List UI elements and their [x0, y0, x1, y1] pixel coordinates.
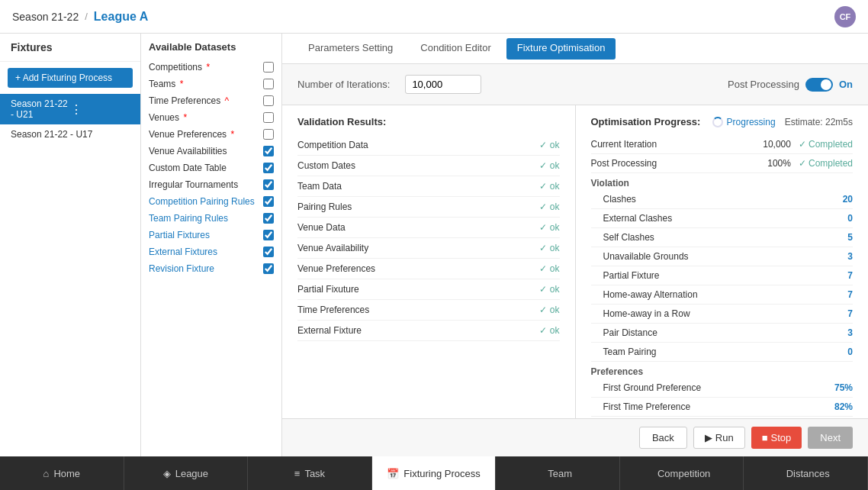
opt-row-partial-fixture: Partial Fixture 7 — [591, 266, 854, 285]
dataset-venue-availabilities: Venue Availabilities — [149, 143, 274, 160]
opt-label: First Time Preference — [603, 401, 691, 412]
dataset-checkbox-time-preferences[interactable] — [263, 95, 274, 106]
validation-status: ✓ ok — [539, 160, 559, 171]
opt-label: Post Processing — [591, 158, 657, 169]
run-button[interactable]: ▶ Run — [693, 427, 745, 449]
main-layout: Fixtures + Add Fixturing Process Season … — [0, 34, 868, 456]
dataset-checkbox-teams[interactable] — [263, 79, 274, 89]
dataset-revision-fixture: Revision Fixture — [149, 260, 274, 277]
sidebar-title: Fixtures — [0, 34, 140, 62]
validation-label: Team Data — [297, 181, 342, 192]
opt-row-first-time: First Time Preference 82% — [591, 398, 854, 417]
validation-item-external-fixture: External Fixture ✓ ok — [297, 321, 560, 341]
opt-label: Partial Fixture — [603, 270, 660, 281]
league-icon: ◈ — [163, 468, 171, 479]
validation-label: Time Preferences — [297, 305, 369, 315]
progress-spinner — [712, 117, 723, 127]
dataset-link-external-fixtures[interactable]: External Fixtures — [149, 247, 217, 257]
next-button[interactable]: Next — [808, 427, 853, 449]
dataset-checkbox-external-fixtures[interactable] — [263, 247, 274, 257]
dataset-link-partial-fixtures[interactable]: Partial Fixtures — [149, 230, 210, 240]
dataset-checkbox-competition-pairing-rules[interactable] — [263, 196, 274, 207]
opt-val-post-processing: 100% — [767, 158, 791, 169]
sidebar-item-season21-22-u21[interactable]: Season 21-22 - U21 ⋮ — [0, 94, 140, 124]
dataset-link-revision-fixture[interactable]: Revision Fixture — [149, 263, 214, 274]
opt-label: External Clashes — [603, 213, 673, 224]
nav-label-competition: Competition — [657, 468, 710, 479]
validation-status: ✓ ok — [539, 325, 559, 336]
opt-val-team-pairing: 0 — [847, 347, 853, 357]
nav-item-team[interactable]: Team — [496, 456, 620, 490]
nav-item-distances[interactable]: Distances — [744, 456, 868, 490]
dataset-checkbox-venue-availabilities[interactable] — [263, 146, 274, 156]
dataset-link-competition-pairing-rules[interactable]: Competition Pairing Rules — [149, 196, 255, 207]
validation-label: Pairing Rules — [297, 201, 352, 212]
dataset-link-team-pairing-rules[interactable]: Team Pairing Rules — [149, 213, 228, 224]
validation-item-partial-fixuture: Partial Fixuture ✓ ok — [297, 279, 560, 300]
tab-condition-editor[interactable]: Condition Editor — [407, 34, 505, 63]
opt-label: Unavailable Grounds — [603, 251, 689, 262]
dataset-label: Time Preferences ^ — [149, 95, 229, 106]
add-fixturing-process-button[interactable]: + Add Fixturing Process — [8, 68, 133, 88]
opt-label: Home-away in a Row — [603, 308, 690, 319]
dataset-checkbox-venue-preferences[interactable] — [263, 129, 274, 140]
sidebar-item-season21-22-u17[interactable]: Season 21-22 - U17 — [0, 124, 140, 144]
dataset-partial-fixtures: Partial Fixtures — [149, 227, 274, 243]
nav-item-task[interactable]: ≡ Task — [248, 456, 372, 490]
nav-item-fixturing-process[interactable]: 📅 Fixturing Process — [372, 456, 497, 490]
nav-item-competition[interactable]: Competition — [620, 456, 744, 490]
opt-header: Optimisation Progress: Progressing Estim… — [591, 116, 854, 127]
dataset-checkbox-team-pairing-rules[interactable] — [263, 213, 274, 224]
tab-parameters-setting[interactable]: Parameters Setting — [294, 34, 407, 63]
dataset-team-pairing-rules: Team Pairing Rules — [149, 210, 274, 227]
dataset-checkbox-competitions[interactable] — [263, 62, 274, 73]
breadcrumb-separator: / — [85, 11, 88, 22]
validation-title: Validation Results: — [297, 116, 560, 127]
progressing-label: Progressing — [727, 117, 776, 127]
dataset-custom-date-table: Custom Date Table — [149, 160, 274, 176]
opt-val-unavailable-grounds: 3 — [847, 251, 853, 262]
validation-label: Venue Data — [297, 222, 346, 233]
dataset-checkbox-revision-fixture[interactable] — [263, 263, 274, 274]
validation-status: ✓ ok — [539, 284, 559, 295]
dataset-checkbox-custom-date-table[interactable] — [263, 163, 274, 173]
dataset-competition-pairing-rules: Competition Pairing Rules — [149, 193, 274, 210]
stop-button[interactable]: ■ Stop — [751, 427, 802, 449]
validation-label: Venue Availability — [297, 243, 368, 253]
opt-label: Current Iteration — [591, 139, 657, 150]
opt-val-self-clashes: 5 — [847, 232, 853, 243]
preferences-header: Preferences — [591, 362, 854, 379]
opt-label: Clashes — [603, 194, 636, 205]
back-button[interactable]: Back — [639, 427, 687, 449]
results-row: Validation Results: Competition Data ✓ o… — [282, 105, 868, 418]
stop-square-icon: ■ — [762, 432, 768, 443]
opt-row-external-clashes: External Clashes 0 — [591, 209, 854, 228]
nav-item-home[interactable]: ⌂ Home — [0, 456, 124, 490]
iterations-input[interactable] — [405, 75, 481, 94]
form-area: Number of Iterations: Post Processing On — [282, 64, 868, 105]
opt-label: Pair Distance — [603, 327, 657, 338]
dataset-checkbox-irregular-tournaments[interactable] — [263, 179, 274, 190]
validation-item-pairing-rules: Pairing Rules ✓ ok — [297, 197, 560, 218]
post-processing-toggle[interactable] — [805, 78, 833, 92]
validation-item-competition-data: Competition Data ✓ ok — [297, 135, 560, 156]
dataset-label: Venue Availabilities — [149, 146, 227, 156]
content-area: Parameters Setting Condition Editor Fixt… — [282, 34, 868, 456]
opt-row-pair-distance: Pair Distance 3 — [591, 324, 854, 343]
dataset-checkbox-venues[interactable] — [263, 112, 274, 123]
opt-row-self-clashes: Self Clashes 5 — [591, 228, 854, 247]
dataset-venue-preferences: Venue Preferences * — [149, 126, 274, 143]
nav-item-league[interactable]: ◈ League — [124, 456, 249, 490]
kebab-icon[interactable]: ⋮ — [70, 102, 130, 117]
opt-row-clashes: Clashes 20 — [591, 190, 854, 209]
iterations-label: Number of Iterations: — [297, 79, 390, 90]
opt-val-home-away-alternation: 7 — [847, 289, 853, 300]
nav-label-team: Team — [548, 468, 572, 479]
opt-val-pair-distance: 3 — [847, 327, 853, 338]
tab-fixture-optimisation[interactable]: Fixture Optimisation — [506, 38, 616, 60]
nav-label-distances: Distances — [786, 468, 830, 479]
opt-label: Self Clashes — [603, 232, 654, 243]
opt-title: Optimisation Progress: — [591, 116, 701, 127]
sidebar-item-label: Season 21-22 - U21 — [11, 98, 70, 120]
dataset-checkbox-partial-fixtures[interactable] — [263, 230, 274, 240]
